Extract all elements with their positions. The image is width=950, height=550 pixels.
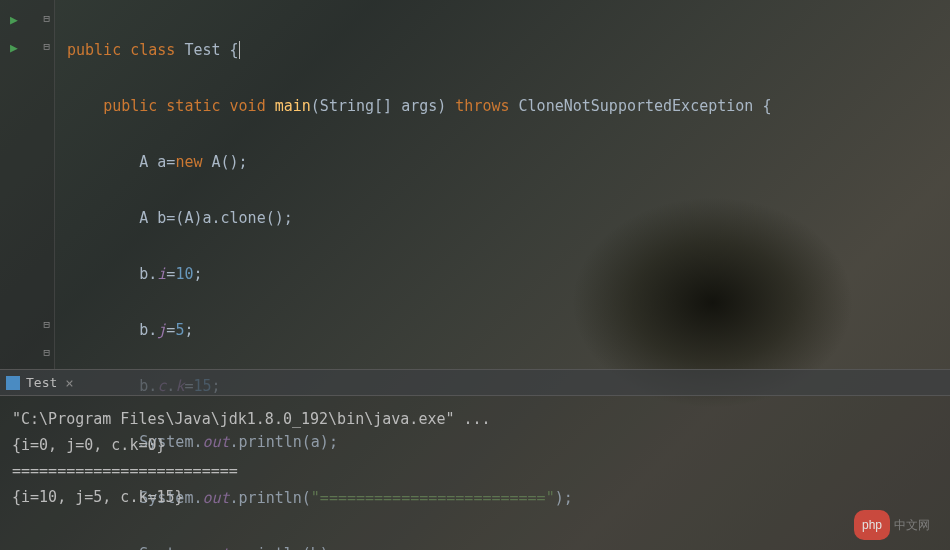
watermark: php 中文网: [854, 510, 930, 540]
watermark-text: 中文网: [894, 512, 930, 538]
run-config-icon: [6, 376, 20, 390]
code: b.: [139, 265, 157, 283]
semi: ;: [184, 321, 193, 339]
keyword: class: [130, 41, 175, 59]
console-line: {i=10, j=5, c.k=15}: [12, 484, 938, 510]
keyword: public: [67, 41, 121, 59]
keyword: public: [103, 97, 157, 115]
console-line: "C:\Program Files\Java\jdk1.8.0_192\bin\…: [12, 406, 938, 432]
run-tab-label[interactable]: Test: [26, 375, 57, 390]
keyword: static: [166, 97, 220, 115]
run-icon[interactable]: ▶: [10, 12, 18, 27]
console-output[interactable]: "C:\Program Files\Java\jdk1.8.0_192\bin\…: [0, 396, 950, 550]
params: (String[] args): [311, 97, 446, 115]
fold-icon[interactable]: ⊟: [43, 12, 50, 25]
code-editor[interactable]: public class Test { public static void m…: [55, 0, 950, 369]
code: b.: [139, 321, 157, 339]
method: main: [275, 97, 311, 115]
code: A a=: [139, 153, 175, 171]
editor-area: ▶ ▶ ⊟ ⊟ ⊟ ⊟ public class Test { public s…: [0, 0, 950, 370]
console-line: {i=0, j=0, c.k=0}: [12, 432, 938, 458]
semi: ;: [193, 265, 202, 283]
field: j: [157, 321, 166, 339]
keyword: new: [175, 153, 202, 171]
field: i: [157, 265, 166, 283]
code: A b=(A)a.clone();: [139, 209, 293, 227]
console-line: =========================: [12, 458, 938, 484]
fold-icon[interactable]: ⊟: [43, 40, 50, 53]
run-tab-bar: Test ×: [0, 370, 950, 396]
fold-icon[interactable]: ⊟: [43, 318, 50, 331]
brace: {: [230, 41, 240, 59]
exception: CloneNotSupportedException {: [519, 97, 772, 115]
fold-icon[interactable]: ⊟: [43, 346, 50, 359]
class-name: Test: [184, 41, 220, 59]
keyword: void: [230, 97, 266, 115]
php-badge: php: [854, 510, 890, 540]
ide-window: ▶ ▶ ⊟ ⊟ ⊟ ⊟ public class Test { public s…: [0, 0, 950, 550]
close-icon[interactable]: ×: [65, 375, 73, 391]
keyword: throws: [455, 97, 509, 115]
run-icon[interactable]: ▶: [10, 40, 18, 55]
number: 10: [175, 265, 193, 283]
gutter: ▶ ▶ ⊟ ⊟ ⊟ ⊟: [0, 0, 55, 369]
code: A();: [202, 153, 247, 171]
